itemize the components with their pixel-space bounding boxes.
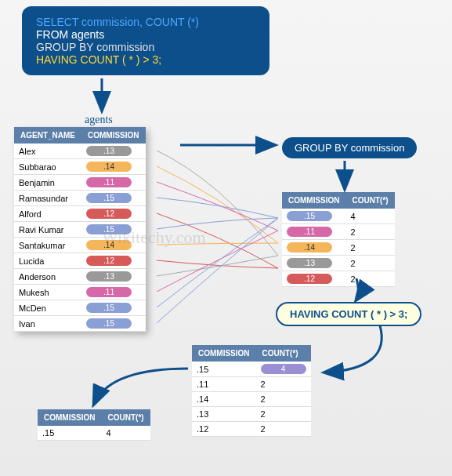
table-row: Alford.12 [14,206,146,222]
agents-table-label: agents [85,114,113,126]
table-row: McDen.15 [14,300,146,316]
table-row: Alex.13 [14,144,146,159]
table-row: .122 [192,422,311,437]
table-row: .154 [38,426,150,441]
table-row: .132 [282,256,395,271]
table-row: .122 [282,271,395,287]
having-header-commission: COMMISSION [192,345,256,362]
grouped-header-commission: COMMISSION [282,192,346,209]
agents-header-name: AGENT_NAME [14,127,81,144]
sql-query-box: SELECT commission, COUNT (*) FROM agents… [22,6,269,75]
result-header-count: COUNT(*) [102,409,150,426]
agents-header-commission: COMMISSION [81,127,146,144]
watermark: Wikitechy.com [102,227,206,248]
result-header-commission: COMMISSION [38,409,102,426]
sql-groupby-line: GROUP BY commission [36,41,255,53]
grouped-header-count: COUNT(*) [346,192,395,209]
having-table: COMMISSION COUNT(*) .154 .112 .142 .132 … [192,345,311,437]
table-row: Ramasundar.15 [14,191,146,206]
table-row: Benjamin.11 [14,175,146,191]
table-row: Mukesh.11 [14,285,146,300]
table-row: Lucida.12 [14,253,146,269]
groupby-bubble: GROUP BY commission [282,137,417,158]
table-row: .154 [282,209,395,224]
table-row: .154 [192,362,311,377]
result-table: COMMISSION COUNT(*) .154 [38,409,150,441]
sql-having-line: HAVING COUNT ( * ) > 3; [36,53,255,66]
grouped-table: COMMISSION COUNT(*) .154 .112 .142 .132 … [282,192,395,287]
having-header-count: COUNT(*) [256,345,311,362]
sql-select-line: SELECT commission, COUNT (*) [36,16,255,28]
table-row: .112 [282,224,395,240]
having-bubble: HAVING COUNT ( * ) > 3; [276,302,421,326]
sql-from-line: FROM agents [36,28,255,41]
table-row: .132 [192,407,311,422]
table-row: Subbarao.14 [14,159,146,175]
table-row: Anderson.13 [14,269,146,285]
table-row: .112 [192,377,311,392]
table-row: .142 [192,392,311,407]
table-row: .142 [282,240,395,256]
table-row: Ivan.15 [14,316,146,332]
